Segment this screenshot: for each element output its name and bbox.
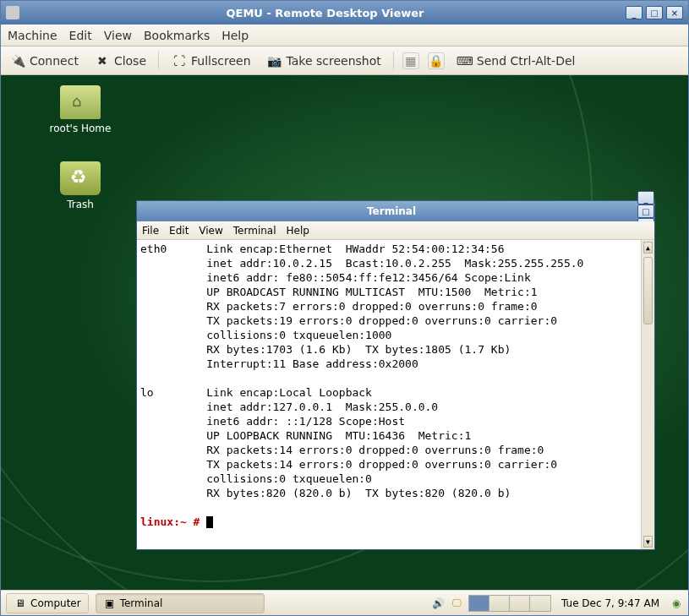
close-conn-button[interactable]: ✖ Close xyxy=(90,51,150,71)
term-menu-file[interactable]: File xyxy=(142,225,159,237)
folder-icon xyxy=(60,85,101,119)
menu-view[interactable]: View xyxy=(104,29,132,42)
connect-label: Connect xyxy=(30,54,79,68)
screenshot-label: Take screenshot xyxy=(287,54,381,68)
computer-icon: 🖥 xyxy=(14,597,27,610)
fullscreen-button[interactable]: ⛶ Fullscreen xyxy=(167,51,254,71)
close-label: Close xyxy=(114,54,146,68)
terminal-minimize-button[interactable]: _ xyxy=(637,191,654,204)
viewer-window: QEMU - Remote Desktop Viewer _ □ × Machi… xyxy=(0,0,689,616)
close-icon: ✖ xyxy=(94,52,111,69)
separator xyxy=(158,52,159,70)
workspace-4[interactable] xyxy=(530,596,550,611)
readonly-icon[interactable]: 🔒 xyxy=(428,52,445,69)
workspace-pager[interactable] xyxy=(468,595,551,612)
desktop-icon-label: root's Home xyxy=(46,123,114,134)
system-tray: 🔊 🖵 Tue Dec 7, 9:47 AM ◉ xyxy=(431,595,683,612)
separator xyxy=(393,52,394,70)
taskbar-terminal-button[interactable]: ▣ Terminal xyxy=(96,593,265,613)
send-cad-label: Send Ctrl-Alt-Del xyxy=(477,54,576,68)
taskbar: 🖥 Computer ▣ Terminal 🔊 🖵 Tue Dec 7, 9:4… xyxy=(1,590,688,615)
viewer-toolbar: 🔌 Connect ✖ Close ⛶ Fullscreen 📷 Take sc… xyxy=(1,46,688,75)
minimize-button[interactable]: _ xyxy=(626,6,643,19)
menu-machine[interactable]: Machine xyxy=(8,29,57,42)
term-menu-help[interactable]: Help xyxy=(287,225,309,237)
fullscreen-label: Fullscreen xyxy=(191,54,250,68)
clock[interactable]: Tue Dec 7, 9:47 AM xyxy=(561,597,659,609)
desktop-icon-home[interactable]: root's Home xyxy=(46,85,114,134)
menu-edit[interactable]: Edit xyxy=(69,29,92,42)
viewer-menubar: Machine Edit View Bookmarks Help xyxy=(1,25,688,46)
terminal-titlebar[interactable]: Terminal _ □ × xyxy=(137,201,654,221)
terminal-icon: ▣ xyxy=(103,597,117,610)
term-menu-edit[interactable]: Edit xyxy=(169,225,189,237)
scaling-icon[interactable]: ▦ xyxy=(402,52,419,69)
workspace-3[interactable] xyxy=(510,596,530,611)
desktop-icon-trash[interactable]: Trash xyxy=(46,161,114,210)
terminal-maximize-button[interactable]: □ xyxy=(637,204,654,218)
terminal-body[interactable]: eth0 Link encap:Ethernet HWaddr 52:54:00… xyxy=(137,240,654,549)
display-icon[interactable]: 🖵 xyxy=(450,597,463,610)
scroll-up-arrow[interactable]: ▲ xyxy=(643,242,653,253)
terminal-cursor xyxy=(206,516,213,528)
fullscreen-icon: ⛶ xyxy=(171,52,188,69)
terminal-prompt: linux:~ # xyxy=(140,515,206,528)
close-button[interactable]: × xyxy=(666,6,683,19)
connect-button[interactable]: 🔌 Connect xyxy=(6,51,82,71)
taskbar-computer-label: Computer xyxy=(30,597,81,609)
menu-help[interactable]: Help xyxy=(221,29,249,42)
scroll-down-arrow[interactable]: ▼ xyxy=(643,536,653,548)
taskbar-terminal-label: Terminal xyxy=(120,597,163,609)
workspace-2[interactable] xyxy=(489,596,510,611)
term-menu-terminal[interactable]: Terminal xyxy=(233,225,276,237)
workspace-1[interactable] xyxy=(469,596,489,611)
terminal-window[interactable]: Terminal _ □ × File Edit View Terminal H… xyxy=(136,200,655,550)
volume-icon[interactable]: 🔊 xyxy=(431,597,445,610)
send-cad-button[interactable]: ⌨ Send Ctrl-Alt-Del xyxy=(453,51,579,71)
keyboard-icon: ⌨ xyxy=(457,52,473,69)
taskbar-computer-button[interactable]: 🖥 Computer xyxy=(6,593,89,613)
trash-icon xyxy=(60,161,101,195)
viewer-title: QEMU - Remote Desktop Viewer xyxy=(25,7,626,19)
terminal-scrollbar[interactable]: ▲ ▼ xyxy=(641,240,654,549)
scroll-thumb[interactable] xyxy=(643,257,653,324)
remote-desktop[interactable]: root's Home Trash Terminal _ □ × File Ed… xyxy=(1,75,688,615)
desktop-icon-label: Trash xyxy=(46,199,114,210)
term-menu-view[interactable]: View xyxy=(199,225,222,237)
viewer-titlebar[interactable]: QEMU - Remote Desktop Viewer _ □ × xyxy=(1,1,688,25)
app-icon xyxy=(6,6,19,19)
screenshot-button[interactable]: 📷 Take screenshot xyxy=(263,51,385,71)
plug-icon: 🔌 xyxy=(9,52,26,69)
camera-icon: 📷 xyxy=(266,52,283,69)
terminal-menubar: File Edit View Terminal Help xyxy=(137,221,654,240)
maximize-button[interactable]: □ xyxy=(646,6,663,19)
menu-bookmarks[interactable]: Bookmarks xyxy=(144,29,210,42)
suse-icon[interactable]: ◉ xyxy=(670,597,683,610)
terminal-title: Terminal xyxy=(145,205,637,217)
